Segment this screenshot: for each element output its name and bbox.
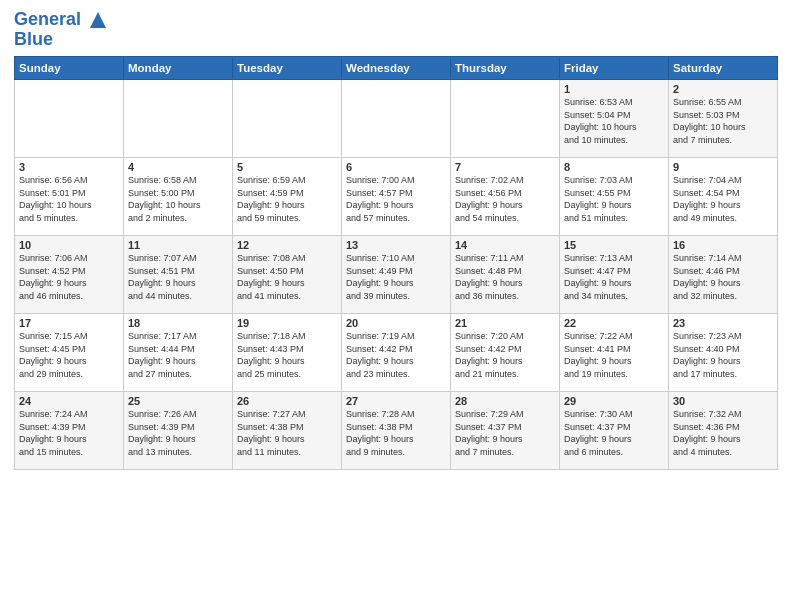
day-info: Sunrise: 7:27 AM Sunset: 4:38 PM Dayligh… xyxy=(237,408,337,458)
weekday-header-saturday: Saturday xyxy=(669,57,778,80)
calendar-cell: 19Sunrise: 7:18 AM Sunset: 4:43 PM Dayli… xyxy=(233,314,342,392)
day-number: 15 xyxy=(564,239,664,251)
day-info: Sunrise: 7:03 AM Sunset: 4:55 PM Dayligh… xyxy=(564,174,664,224)
day-info: Sunrise: 7:08 AM Sunset: 4:50 PM Dayligh… xyxy=(237,252,337,302)
day-number: 14 xyxy=(455,239,555,251)
day-info: Sunrise: 7:28 AM Sunset: 4:38 PM Dayligh… xyxy=(346,408,446,458)
calendar-cell: 5Sunrise: 6:59 AM Sunset: 4:59 PM Daylig… xyxy=(233,158,342,236)
calendar-cell: 23Sunrise: 7:23 AM Sunset: 4:40 PM Dayli… xyxy=(669,314,778,392)
day-info: Sunrise: 6:58 AM Sunset: 5:00 PM Dayligh… xyxy=(128,174,228,224)
day-number: 21 xyxy=(455,317,555,329)
calendar-cell xyxy=(233,80,342,158)
calendar-cell: 7Sunrise: 7:02 AM Sunset: 4:56 PM Daylig… xyxy=(451,158,560,236)
calendar-cell: 1Sunrise: 6:53 AM Sunset: 5:04 PM Daylig… xyxy=(560,80,669,158)
logo-general: General xyxy=(14,9,81,29)
calendar-cell: 18Sunrise: 7:17 AM Sunset: 4:44 PM Dayli… xyxy=(124,314,233,392)
week-row-1: 1Sunrise: 6:53 AM Sunset: 5:04 PM Daylig… xyxy=(15,80,778,158)
day-info: Sunrise: 7:10 AM Sunset: 4:49 PM Dayligh… xyxy=(346,252,446,302)
day-info: Sunrise: 7:04 AM Sunset: 4:54 PM Dayligh… xyxy=(673,174,773,224)
weekday-header-tuesday: Tuesday xyxy=(233,57,342,80)
day-number: 7 xyxy=(455,161,555,173)
day-number: 11 xyxy=(128,239,228,251)
day-number: 1 xyxy=(564,83,664,95)
day-info: Sunrise: 7:02 AM Sunset: 4:56 PM Dayligh… xyxy=(455,174,555,224)
week-row-2: 3Sunrise: 6:56 AM Sunset: 5:01 PM Daylig… xyxy=(15,158,778,236)
calendar-cell: 15Sunrise: 7:13 AM Sunset: 4:47 PM Dayli… xyxy=(560,236,669,314)
weekday-header-sunday: Sunday xyxy=(15,57,124,80)
day-number: 27 xyxy=(346,395,446,407)
day-number: 23 xyxy=(673,317,773,329)
logo-blue: Blue xyxy=(14,30,110,50)
calendar-cell: 20Sunrise: 7:19 AM Sunset: 4:42 PM Dayli… xyxy=(342,314,451,392)
day-number: 17 xyxy=(19,317,119,329)
day-info: Sunrise: 7:23 AM Sunset: 4:40 PM Dayligh… xyxy=(673,330,773,380)
calendar-cell: 6Sunrise: 7:00 AM Sunset: 4:57 PM Daylig… xyxy=(342,158,451,236)
day-info: Sunrise: 7:26 AM Sunset: 4:39 PM Dayligh… xyxy=(128,408,228,458)
weekday-header-friday: Friday xyxy=(560,57,669,80)
week-row-5: 24Sunrise: 7:24 AM Sunset: 4:39 PM Dayli… xyxy=(15,392,778,470)
day-info: Sunrise: 7:07 AM Sunset: 4:51 PM Dayligh… xyxy=(128,252,228,302)
calendar-cell: 21Sunrise: 7:20 AM Sunset: 4:42 PM Dayli… xyxy=(451,314,560,392)
calendar-cell xyxy=(15,80,124,158)
logo: General Blue xyxy=(14,10,110,50)
day-number: 4 xyxy=(128,161,228,173)
day-number: 3 xyxy=(19,161,119,173)
day-number: 9 xyxy=(673,161,773,173)
calendar-cell: 13Sunrise: 7:10 AM Sunset: 4:49 PM Dayli… xyxy=(342,236,451,314)
calendar-cell: 9Sunrise: 7:04 AM Sunset: 4:54 PM Daylig… xyxy=(669,158,778,236)
day-info: Sunrise: 6:55 AM Sunset: 5:03 PM Dayligh… xyxy=(673,96,773,146)
day-info: Sunrise: 7:11 AM Sunset: 4:48 PM Dayligh… xyxy=(455,252,555,302)
day-info: Sunrise: 6:59 AM Sunset: 4:59 PM Dayligh… xyxy=(237,174,337,224)
calendar-cell: 17Sunrise: 7:15 AM Sunset: 4:45 PM Dayli… xyxy=(15,314,124,392)
weekday-header-thursday: Thursday xyxy=(451,57,560,80)
day-info: Sunrise: 7:20 AM Sunset: 4:42 PM Dayligh… xyxy=(455,330,555,380)
logo-icon xyxy=(88,10,108,30)
day-info: Sunrise: 7:00 AM Sunset: 4:57 PM Dayligh… xyxy=(346,174,446,224)
calendar-cell: 8Sunrise: 7:03 AM Sunset: 4:55 PM Daylig… xyxy=(560,158,669,236)
day-info: Sunrise: 7:14 AM Sunset: 4:46 PM Dayligh… xyxy=(673,252,773,302)
calendar-cell xyxy=(124,80,233,158)
day-number: 22 xyxy=(564,317,664,329)
day-number: 5 xyxy=(237,161,337,173)
calendar-cell: 12Sunrise: 7:08 AM Sunset: 4:50 PM Dayli… xyxy=(233,236,342,314)
calendar-cell: 10Sunrise: 7:06 AM Sunset: 4:52 PM Dayli… xyxy=(15,236,124,314)
day-number: 10 xyxy=(19,239,119,251)
calendar-cell: 14Sunrise: 7:11 AM Sunset: 4:48 PM Dayli… xyxy=(451,236,560,314)
calendar-cell: 11Sunrise: 7:07 AM Sunset: 4:51 PM Dayli… xyxy=(124,236,233,314)
day-info: Sunrise: 7:32 AM Sunset: 4:36 PM Dayligh… xyxy=(673,408,773,458)
day-number: 6 xyxy=(346,161,446,173)
day-info: Sunrise: 7:15 AM Sunset: 4:45 PM Dayligh… xyxy=(19,330,119,380)
calendar-cell: 22Sunrise: 7:22 AM Sunset: 4:41 PM Dayli… xyxy=(560,314,669,392)
weekday-header-row: SundayMondayTuesdayWednesdayThursdayFrid… xyxy=(15,57,778,80)
day-info: Sunrise: 7:22 AM Sunset: 4:41 PM Dayligh… xyxy=(564,330,664,380)
day-info: Sunrise: 7:30 AM Sunset: 4:37 PM Dayligh… xyxy=(564,408,664,458)
calendar-cell: 26Sunrise: 7:27 AM Sunset: 4:38 PM Dayli… xyxy=(233,392,342,470)
day-number: 28 xyxy=(455,395,555,407)
calendar-cell: 27Sunrise: 7:28 AM Sunset: 4:38 PM Dayli… xyxy=(342,392,451,470)
day-number: 26 xyxy=(237,395,337,407)
day-number: 16 xyxy=(673,239,773,251)
calendar-cell: 2Sunrise: 6:55 AM Sunset: 5:03 PM Daylig… xyxy=(669,80,778,158)
calendar-cell: 29Sunrise: 7:30 AM Sunset: 4:37 PM Dayli… xyxy=(560,392,669,470)
day-info: Sunrise: 6:53 AM Sunset: 5:04 PM Dayligh… xyxy=(564,96,664,146)
svg-marker-0 xyxy=(90,12,106,28)
day-number: 12 xyxy=(237,239,337,251)
day-number: 2 xyxy=(673,83,773,95)
calendar-cell: 3Sunrise: 6:56 AM Sunset: 5:01 PM Daylig… xyxy=(15,158,124,236)
week-row-4: 17Sunrise: 7:15 AM Sunset: 4:45 PM Dayli… xyxy=(15,314,778,392)
calendar-cell xyxy=(342,80,451,158)
day-number: 20 xyxy=(346,317,446,329)
weekday-header-wednesday: Wednesday xyxy=(342,57,451,80)
day-number: 25 xyxy=(128,395,228,407)
calendar-cell: 4Sunrise: 6:58 AM Sunset: 5:00 PM Daylig… xyxy=(124,158,233,236)
day-info: Sunrise: 7:13 AM Sunset: 4:47 PM Dayligh… xyxy=(564,252,664,302)
day-info: Sunrise: 7:24 AM Sunset: 4:39 PM Dayligh… xyxy=(19,408,119,458)
day-info: Sunrise: 7:17 AM Sunset: 4:44 PM Dayligh… xyxy=(128,330,228,380)
day-info: Sunrise: 7:18 AM Sunset: 4:43 PM Dayligh… xyxy=(237,330,337,380)
day-info: Sunrise: 7:06 AM Sunset: 4:52 PM Dayligh… xyxy=(19,252,119,302)
day-number: 8 xyxy=(564,161,664,173)
day-number: 29 xyxy=(564,395,664,407)
week-row-3: 10Sunrise: 7:06 AM Sunset: 4:52 PM Dayli… xyxy=(15,236,778,314)
day-info: Sunrise: 6:56 AM Sunset: 5:01 PM Dayligh… xyxy=(19,174,119,224)
page: General Blue SundayMondayTuesdayWednesda… xyxy=(0,0,792,612)
